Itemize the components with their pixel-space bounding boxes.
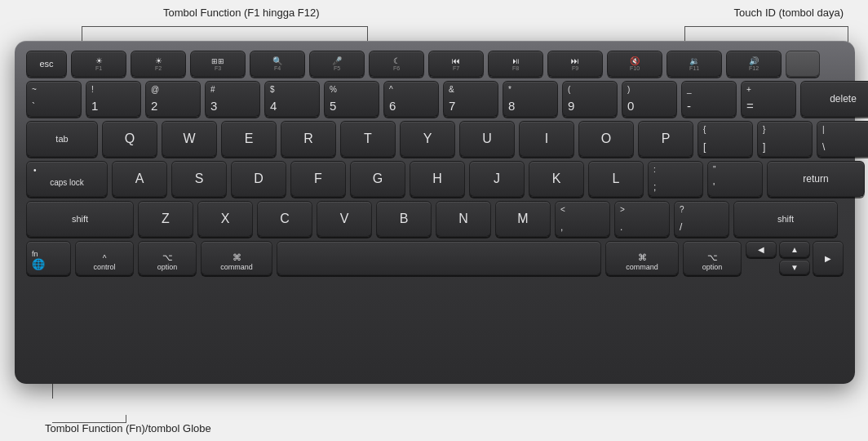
key-8[interactable]: * 8 <box>503 81 558 117</box>
key-fn[interactable]: fn 🌐 <box>26 241 71 275</box>
key-return[interactable]: return <box>767 161 865 197</box>
function-row: esc ☀ F1 ☀ F2 ⊞⊞ F3 🔍 F4 🎤 F5 ☾ F6 ⏮ F7 <box>26 51 844 77</box>
key-arrow-right[interactable]: ▶ <box>813 241 844 275</box>
key-e[interactable]: E <box>221 121 277 157</box>
key-5[interactable]: % 5 <box>324 81 379 117</box>
key-rbracket[interactable]: } ] <box>757 121 813 157</box>
key-command-left[interactable]: ⌘ command <box>201 241 272 275</box>
key-0[interactable]: ) 0 <box>622 81 677 117</box>
key-delete[interactable]: delete <box>800 81 868 117</box>
key-option-right[interactable]: ⌥ option <box>683 241 742 275</box>
key-m[interactable]: M <box>495 201 551 237</box>
key-j[interactable]: J <box>469 161 525 197</box>
key-f12[interactable]: 🔊 F12 <box>726 51 782 77</box>
key-4[interactable]: $ 4 <box>264 81 320 117</box>
key-space[interactable] <box>277 241 601 275</box>
key-s[interactable]: S <box>171 161 227 197</box>
key-q[interactable]: Q <box>102 121 157 157</box>
key-capslock[interactable]: • caps lock <box>26 161 108 197</box>
bottom-row: fn 🌐 ^ control ⌥ option ⌘ command ⌘ comm… <box>26 241 844 275</box>
key-d[interactable]: D <box>231 161 286 197</box>
key-l[interactable]: L <box>588 161 644 197</box>
key-control[interactable]: ^ control <box>75 241 134 275</box>
key-tab[interactable]: tab <box>26 121 98 157</box>
key-backtick[interactable]: ~ ` <box>26 81 82 117</box>
key-backslash[interactable]: | \ <box>817 121 868 157</box>
key-k[interactable]: K <box>529 161 584 197</box>
key-6[interactable]: ^ 6 <box>383 81 439 117</box>
key-y[interactable]: Y <box>400 121 455 157</box>
key-f3[interactable]: ⊞⊞ F3 <box>190 51 246 77</box>
key-f11[interactable]: 🔉 F11 <box>666 51 722 77</box>
key-f5[interactable]: 🎤 F5 <box>309 51 365 77</box>
key-b[interactable]: B <box>376 201 432 237</box>
key-semicolon[interactable]: : ; <box>648 161 703 197</box>
key-n[interactable]: N <box>436 201 491 237</box>
key-touchid[interactable] <box>786 51 820 77</box>
key-arrow-left[interactable]: ◀ <box>746 241 777 257</box>
key-2[interactable]: @ 2 <box>145 81 201 117</box>
key-period[interactable]: > . <box>614 201 670 237</box>
touchid-line-left <box>684 26 685 42</box>
func-line-down <box>367 26 368 42</box>
key-arrow-up[interactable]: ▲ <box>779 241 810 257</box>
key-7[interactable]: & 7 <box>443 81 498 117</box>
key-f[interactable]: F <box>290 161 346 197</box>
func-line-left <box>82 26 82 42</box>
key-equals[interactable]: + = <box>741 81 796 117</box>
key-f9[interactable]: ⏭ F9 <box>547 51 603 77</box>
annotation-function-keys: Tombol Function (F1 hingga F12) <box>163 7 319 19</box>
key-shift-right[interactable]: shift <box>733 201 838 237</box>
func-line-h <box>82 26 367 27</box>
number-row: ~ ` ! 1 @ 2 # 3 $ 4 <box>26 81 844 117</box>
keyboard: esc ☀ F1 ☀ F2 ⊞⊞ F3 🔍 F4 🎤 F5 ☾ F6 ⏮ F7 <box>15 41 855 384</box>
key-f7[interactable]: ⏮ F7 <box>428 51 484 77</box>
key-quote[interactable]: " ' <box>707 161 763 197</box>
annotation-touchid: Touch ID (tombol daya) <box>734 7 844 19</box>
key-t[interactable]: T <box>340 121 396 157</box>
key-f10[interactable]: 🔇 F10 <box>607 51 662 77</box>
key-h[interactable]: H <box>410 161 465 197</box>
key-f4[interactable]: 🔍 F4 <box>250 51 305 77</box>
key-command-right[interactable]: ⌘ command <box>605 241 679 275</box>
key-arrow-down[interactable]: ▼ <box>779 260 810 274</box>
key-i[interactable]: I <box>519 121 574 157</box>
key-v[interactable]: V <box>317 201 372 237</box>
touchid-line-right <box>848 26 848 42</box>
shift-row: shift Z X C V B N M < , > . ? / shif <box>26 201 844 237</box>
key-a[interactable]: A <box>112 161 167 197</box>
key-g[interactable]: G <box>350 161 405 197</box>
key-minus[interactable]: _ - <box>681 81 737 117</box>
annotation-fn-globe: Tombol Function (Fn)/tombol Globe <box>45 422 211 434</box>
key-u[interactable]: U <box>459 121 515 157</box>
key-9[interactable]: ( 9 <box>562 81 618 117</box>
key-shift-left[interactable]: shift <box>26 201 134 237</box>
key-o[interactable]: O <box>578 121 634 157</box>
key-1[interactable]: ! 1 <box>86 81 141 117</box>
tab-row: tab Q W E R T Y U I O P { [ } ] | \ <box>26 121 844 157</box>
key-p[interactable]: P <box>638 121 693 157</box>
key-z[interactable]: Z <box>138 201 193 237</box>
key-x[interactable]: X <box>197 201 253 237</box>
arrow-keys: ◀ ▲ ▼ ▶ <box>746 241 844 275</box>
arrow-top-row: ◀ ▲ ▼ ▶ <box>746 241 844 275</box>
key-f1[interactable]: ☀ F1 <box>71 51 126 77</box>
key-comma[interactable]: < , <box>555 201 610 237</box>
key-f8[interactable]: ⏯ F8 <box>488 51 543 77</box>
key-esc[interactable]: esc <box>26 51 67 77</box>
key-slash[interactable]: ? / <box>674 201 729 237</box>
key-lbracket[interactable]: { [ <box>698 121 753 157</box>
key-option-left[interactable]: ⌥ option <box>138 241 197 275</box>
touchid-line-h <box>685 26 848 27</box>
key-w[interactable]: W <box>162 121 217 157</box>
caps-row: • caps lock A S D F G H J K L : ; " ' re… <box>26 161 844 197</box>
key-c[interactable]: C <box>257 201 312 237</box>
arrow-up-down: ▲ ▼ <box>779 241 810 275</box>
key-r[interactable]: R <box>281 121 336 157</box>
key-f2[interactable]: ☀ F2 <box>131 51 186 77</box>
key-f6[interactable]: ☾ F6 <box>369 51 424 77</box>
key-3[interactable]: # 3 <box>205 81 260 117</box>
